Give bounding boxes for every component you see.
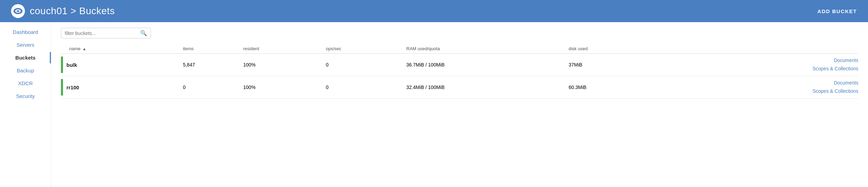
bucket-ram: 36.7MiB / 100MiB — [406, 54, 569, 76]
status-bar-icon — [61, 79, 63, 96]
bucket-resident: 100% — [243, 54, 326, 76]
sidebar: Dashboard Servers Buckets Backup XDCR Se… — [0, 22, 51, 187]
action-link-documents[interactable]: Documents — [664, 56, 859, 65]
table-row: rr100 0 100% 0 32.4MiB / 100MiB 60.3MiB … — [61, 76, 858, 99]
bucket-items: 0 — [183, 76, 243, 99]
table-header-row: name ▲ items resident ops/sec RAM used/q… — [61, 44, 858, 54]
status-bar-icon — [61, 56, 63, 73]
col-header-items: items — [183, 44, 243, 54]
bucket-actions: DocumentsScopes & Collections — [664, 76, 859, 99]
col-header-ram: RAM used/quota — [406, 44, 569, 54]
sidebar-item-security[interactable]: Security — [0, 90, 51, 102]
table-row: bulk 5,847 100% 0 36.7MiB / 100MiB 37MiB… — [61, 54, 858, 76]
action-link-documents[interactable]: Documents — [664, 79, 859, 87]
bucket-ram: 32.4MiB / 100MiB — [406, 76, 569, 99]
svg-point-2 — [17, 10, 19, 12]
sidebar-item-backup[interactable]: Backup — [0, 65, 51, 76]
bucket-name: bulk — [66, 62, 77, 68]
bucket-items: 5,847 — [183, 54, 243, 76]
sidebar-item-servers[interactable]: Servers — [0, 39, 51, 51]
buckets-table: name ▲ items resident ops/sec RAM used/q… — [61, 44, 858, 99]
bucket-name-cell: bulk — [61, 54, 183, 76]
sidebar-item-xdcr[interactable]: XDCR — [0, 78, 51, 89]
filter-bar: 🔍 — [61, 28, 858, 38]
bucket-disk: 60.3MiB — [569, 76, 664, 99]
col-header-name: name ▲ — [61, 44, 183, 54]
sidebar-item-buckets[interactable]: Buckets — [0, 52, 51, 63]
bucket-disk: 37MiB — [569, 54, 664, 76]
action-link-scopes-&-collections[interactable]: Scopes & Collections — [664, 65, 859, 73]
bucket-resident: 100% — [243, 76, 326, 99]
search-icon: 🔍 — [140, 30, 147, 36]
bucket-ops-sec: 0 — [326, 54, 406, 76]
sidebar-item-dashboard[interactable]: Dashboard — [0, 26, 51, 38]
filter-input[interactable] — [65, 30, 140, 36]
bucket-name-cell: rr100 — [61, 76, 183, 99]
page-title: couch01 > Buckets — [30, 6, 115, 17]
bucket-ops-sec: 0 — [326, 76, 406, 99]
header: couch01 > Buckets ADD BUCKET — [0, 0, 868, 22]
action-link-scopes-&-collections[interactable]: Scopes & Collections — [664, 87, 859, 96]
col-header-resident: resident — [243, 44, 326, 54]
add-bucket-button[interactable]: ADD BUCKET — [817, 8, 857, 14]
bucket-actions: DocumentsScopes & Collections — [664, 54, 859, 76]
col-header-ops-sec: ops/sec — [326, 44, 406, 54]
logo-icon — [11, 4, 25, 18]
col-header-disk: disk used — [569, 44, 664, 54]
bucket-name: rr100 — [66, 84, 79, 90]
header-left: couch01 > Buckets — [11, 4, 115, 18]
col-header-actions — [664, 44, 859, 54]
filter-input-wrapper: 🔍 — [61, 28, 151, 38]
sort-arrow-icon: ▲ — [82, 47, 86, 51]
content: Dashboard Servers Buckets Backup XDCR Se… — [0, 22, 868, 187]
main-content: 🔍 name ▲ items resident ops/sec RAM used… — [51, 22, 868, 187]
